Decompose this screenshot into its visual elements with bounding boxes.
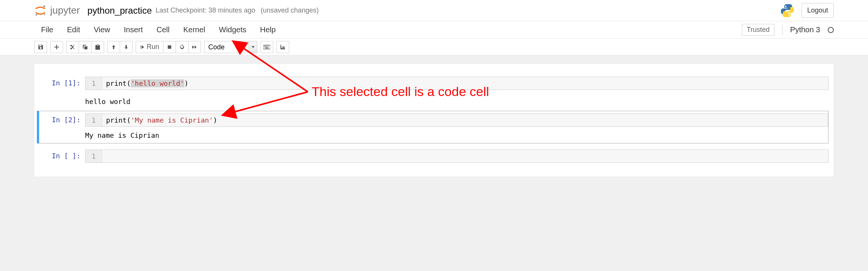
restart-button[interactable] — [176, 41, 188, 53]
interrupt-button[interactable] — [163, 41, 176, 53]
plus-icon — [54, 44, 60, 50]
paste-button[interactable] — [91, 41, 104, 53]
code-string: 'hello world' — [131, 79, 184, 87]
code-close: ) — [213, 116, 217, 124]
menu-edit[interactable]: Edit — [60, 22, 87, 38]
code-string: 'My name is Ciprian' — [131, 116, 213, 124]
svg-rect-13 — [268, 47, 268, 47]
svg-point-2 — [44, 14, 45, 15]
python-icon — [780, 3, 795, 18]
move-down-button[interactable] — [120, 41, 133, 53]
menu-file[interactable]: File — [34, 22, 60, 38]
svg-rect-3 — [168, 45, 171, 49]
output-prompt — [40, 95, 85, 107]
paste-icon — [95, 44, 101, 50]
svg-point-0 — [43, 5, 45, 7]
menu-right: Trusted Python 3 — [742, 24, 834, 36]
kernel-idle-icon — [828, 27, 834, 33]
input-prompt: In [1]: — [40, 77, 85, 90]
output-row: hello world — [40, 95, 828, 107]
notebook-name[interactable]: python_practice — [87, 5, 152, 16]
code-func: print — [106, 79, 127, 87]
cut-copy-paste-group — [66, 41, 104, 53]
svg-rect-14 — [265, 47, 269, 48]
run-icon — [140, 45, 144, 49]
header-bar: jupyter python_practice Last Checkpoint:… — [0, 0, 868, 21]
jupyter-icon — [34, 5, 46, 17]
line-number: 1 — [86, 77, 102, 90]
jupyter-logo[interactable]: jupyter — [34, 5, 80, 17]
divider — [782, 25, 782, 35]
line-number: 1 — [86, 150, 102, 162]
trusted-indicator[interactable]: Trusted — [742, 24, 775, 36]
jupyter-text: jupyter — [50, 5, 80, 16]
svg-rect-11 — [265, 47, 266, 47]
fast-forward-icon — [192, 44, 197, 50]
input-prompt: In [2]: — [40, 113, 85, 141]
svg-rect-8 — [267, 46, 268, 46]
run-button[interactable]: Run — [136, 41, 163, 53]
menu-view[interactable]: View — [87, 22, 117, 38]
move-group — [107, 41, 133, 53]
copy-button[interactable] — [79, 41, 92, 53]
svg-rect-9 — [268, 46, 269, 46]
menu-kernel[interactable]: Kernel — [176, 22, 212, 38]
menu-cell[interactable]: Cell — [150, 22, 176, 38]
svg-rect-5 — [264, 46, 265, 46]
code-func: print — [106, 116, 127, 124]
code-content[interactable]: print('hello world') — [102, 77, 828, 90]
menu-widgets[interactable]: Widgets — [212, 22, 253, 38]
input-area[interactable]: 1 — [85, 150, 828, 163]
command-palette-button[interactable] — [260, 41, 273, 53]
code-open: ( — [127, 79, 131, 87]
cell-body: 1 print('My name is Ciprian') My name is… — [85, 113, 828, 141]
input-area[interactable]: 1 print('My name is Ciprian') — [85, 113, 828, 127]
notebook-container: In [1]: 1 print('hello world') hello wor… — [34, 64, 834, 176]
chart-icon — [280, 44, 286, 50]
code-content[interactable]: print('My name is Ciprian') — [102, 114, 828, 126]
checkpoint-text: Last Checkpoint: 38 minutes ago — [156, 6, 255, 14]
code-cell-selected[interactable]: In [2]: 1 print('My name is Ciprian') My… — [37, 111, 828, 143]
output-area: My name is Ciprian — [85, 127, 828, 141]
chart-button[interactable] — [276, 41, 289, 53]
cell-body: 1 print('hello world') — [85, 77, 828, 90]
logout-button[interactable]: Logout — [801, 3, 834, 18]
unsaved-text: (unsaved changes) — [261, 6, 319, 14]
scissors-icon — [70, 44, 76, 50]
stop-icon — [167, 45, 172, 49]
svg-rect-12 — [266, 47, 267, 47]
code-cell[interactable]: In [1]: 1 print('hello world') — [40, 74, 828, 92]
run-group: Run — [136, 41, 201, 53]
input-prompt: In [ ]: — [40, 150, 85, 163]
menu-bar: File Edit View Insert Cell Kernel Widget… — [0, 21, 868, 39]
celltype-select[interactable]: Code — [204, 41, 257, 53]
celltype-wrap: Code — [204, 41, 257, 53]
input-area[interactable]: 1 print('hello world') — [85, 77, 828, 90]
toolbar: Run Code — [0, 39, 868, 55]
svg-rect-7 — [266, 46, 267, 46]
keyboard-icon — [263, 45, 270, 49]
insert-cell-button[interactable] — [50, 41, 63, 53]
cell-body: 1 — [85, 150, 828, 163]
header-right: Logout — [780, 3, 834, 18]
save-icon — [38, 44, 44, 50]
menu-insert[interactable]: Insert — [117, 22, 150, 38]
code-content[interactable] — [102, 150, 828, 162]
svg-rect-6 — [265, 46, 266, 46]
run-label: Run — [147, 43, 159, 51]
kernel-name[interactable]: Python 3 — [790, 25, 820, 34]
line-number: 1 — [86, 114, 102, 126]
cut-button[interactable] — [66, 41, 79, 53]
svg-point-1 — [36, 14, 37, 16]
arrow-down-icon — [124, 44, 129, 50]
restart-run-all-button[interactable] — [188, 41, 201, 53]
arrow-up-icon — [111, 44, 116, 50]
code-open: ( — [127, 116, 131, 124]
move-up-button[interactable] — [107, 41, 120, 53]
menu-help[interactable]: Help — [253, 22, 282, 38]
copy-icon — [82, 44, 88, 50]
code-cell[interactable]: In [ ]: 1 — [40, 147, 828, 165]
restart-icon — [179, 44, 185, 50]
save-button[interactable] — [34, 41, 47, 53]
output-area: hello world — [85, 95, 130, 107]
